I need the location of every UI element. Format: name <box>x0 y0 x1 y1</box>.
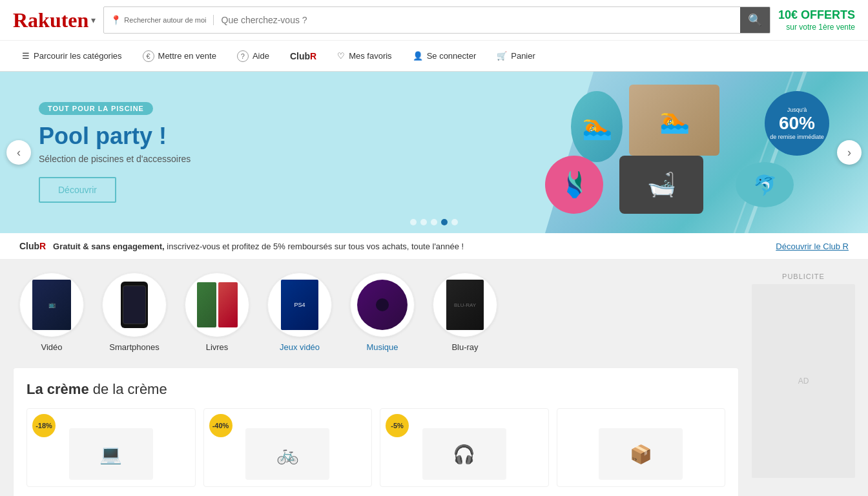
video-cover: 📺 <box>32 280 71 330</box>
category-jeux-circle: PS4 <box>267 273 332 337</box>
nav-login[interactable]: 👤 Se connecter <box>404 41 486 72</box>
product-card-1[interactable]: -18% 💻 <box>26 408 196 487</box>
phone-screen <box>123 285 146 324</box>
hamburger-icon: ☰ <box>22 51 30 61</box>
hero-discount-badge: Jusqu'à 60% de remise immédiate <box>765 91 829 156</box>
clubr-main-text: Gratuit & sans engagement, <box>53 242 165 251</box>
badge-percentage: 60% <box>779 113 815 134</box>
category-livres[interactable]: Livres <box>178 273 256 352</box>
clubr-logo: ClubR <box>290 51 316 61</box>
product-card-4[interactable]: 📦 <box>557 408 726 487</box>
discount-badge-2: -40% <box>209 414 232 437</box>
hero-content: TOUT POUR LA PISCINE Pool party ! Sélect… <box>0 83 229 222</box>
category-smartphones-label: Smartphones <box>109 342 159 352</box>
category-musique-label: Musique <box>366 342 398 352</box>
cart-icon: 🛒 <box>497 51 507 61</box>
navbar: ☰ Parcourir les catégories € Mettre en v… <box>0 41 868 72</box>
ad-placeholder: AD <box>752 284 855 478</box>
nav-cart-label: Panier <box>511 51 535 61</box>
hero-subtitle: Sélection de piscines et d'accessoires <box>39 154 191 164</box>
creme-title-em: La crème <box>26 381 89 397</box>
creme-title-rest: de la crème <box>89 381 167 397</box>
location-button[interactable]: 📍 Rechercher autour de moi <box>104 15 213 25</box>
hero-inner: TOUT POUR LA PISCINE Pool party ! Sélect… <box>0 72 868 233</box>
hero-dot-4[interactable] <box>441 219 448 225</box>
product-card-2[interactable]: -40% 🚲 <box>203 408 373 487</box>
hero-dot-3[interactable] <box>431 219 437 225</box>
hero-dot-2[interactable] <box>420 219 427 225</box>
location-label: Rechercher autour de moi <box>124 16 206 24</box>
category-bluray-label: Blu-ray <box>451 342 478 352</box>
clubr-strip-text: ClubR Gratuit & sans engagement, inscriv… <box>19 241 464 251</box>
book2 <box>218 282 238 327</box>
hero-discover-button[interactable]: Découvrir <box>39 177 116 203</box>
promo-line2: sur votre 1ère vente <box>778 23 855 33</box>
nav-clubr[interactable]: ClubR <box>281 41 326 72</box>
promo-banner[interactable]: 10€ OFFERTS sur votre 1ère vente <box>778 8 855 33</box>
favorites-icon: ♡ <box>337 51 345 61</box>
badge-prefix: Jusqu'à <box>787 107 807 113</box>
bluray-cover: BLU-RAY <box>446 280 484 330</box>
promo-line1: 10€ OFFERTS <box>778 8 855 23</box>
euro-icon: € <box>143 50 154 62</box>
help-icon: ? <box>237 50 249 62</box>
hero-dot-1[interactable] <box>410 219 417 225</box>
hero-item-pool: 🏊 <box>629 85 719 156</box>
creme-section: La crème de la crème -18% 💻 -40% 🚲 -5% 🎧… <box>13 367 739 496</box>
search-bar: 📍 Rechercher autour de moi 🔍 <box>103 6 770 34</box>
nav-help-label: Aide <box>253 51 269 61</box>
product-card-3[interactable]: -5% 🎧 <box>380 408 549 487</box>
nav-sell[interactable]: € Mettre en vente <box>134 41 225 72</box>
book1 <box>197 282 216 327</box>
user-icon: 👤 <box>413 51 423 61</box>
logo-chevron-icon[interactable]: ▾ <box>91 15 96 25</box>
discount-badge-1: -18% <box>32 414 56 437</box>
category-bluray-circle: BLU-RAY <box>433 273 497 337</box>
hero-item-ring: 🩱 <box>545 156 603 214</box>
nav-categories-label: Parcourir les catégories <box>34 51 122 61</box>
clubr-strip-logo: ClubR <box>19 241 46 251</box>
nav-cart[interactable]: 🛒 Panier <box>488 41 544 72</box>
category-musique-circle <box>350 273 415 337</box>
hero-dots <box>410 219 458 225</box>
hero-dot-5[interactable] <box>451 219 458 225</box>
search-button[interactable]: 🔍 <box>740 6 770 34</box>
category-bluray[interactable]: BLU-RAY Blu-ray <box>426 273 504 352</box>
category-smartphones-circle <box>102 273 167 337</box>
ad-sidebar: PUBLICITE AD <box>752 273 855 496</box>
category-video-label: Vidéo <box>41 342 62 352</box>
creme-title: La crème de la crème <box>26 381 725 398</box>
clubr-discover-link[interactable]: Découvrir le Club R <box>776 242 849 251</box>
nav-favorites[interactable]: ♡ Mes favoris <box>328 41 400 72</box>
category-smartphones[interactable]: Smartphones <box>96 273 173 352</box>
hero-item-dolphin: 🐬 <box>736 162 794 207</box>
game-cover: PS4 <box>281 280 318 330</box>
logo[interactable]: Rakuten <box>13 8 88 32</box>
hero-prev-button[interactable]: ‹ <box>6 140 31 165</box>
nav-sell-label: Mettre en vente <box>158 51 216 61</box>
badge-suffix: de remise immédiate <box>767 134 827 140</box>
main-layout: 📺 Vidéo Smartphones <box>0 260 868 496</box>
clubr-sub-text: inscrivez-vous et profitez de 5% rembour… <box>167 242 464 251</box>
category-jeux-video[interactable]: PS4 Jeux vidéo <box>261 273 338 352</box>
ad-label: PUBLICITE <box>752 273 855 280</box>
product-image-2: 🚲 <box>245 428 329 480</box>
search-input[interactable] <box>214 15 740 25</box>
product-image-4: 📦 <box>599 428 683 480</box>
phone-image <box>121 282 148 328</box>
category-video[interactable]: 📺 Vidéo <box>13 273 90 352</box>
location-icon: 📍 <box>110 15 121 25</box>
hero-next-button[interactable]: › <box>837 140 862 165</box>
nav-favorites-label: Mes favoris <box>349 51 391 61</box>
clubr-strip: ClubR Gratuit & sans engagement, inscriv… <box>0 233 868 260</box>
category-jeux-label: Jeux vidéo <box>280 342 320 352</box>
categories-row: 📺 Vidéo Smartphones <box>13 273 739 352</box>
product-image-3: 🎧 <box>422 428 506 480</box>
product-image-1: 💻 <box>69 428 153 480</box>
hero-banner: ‹ TOUT POUR LA PISCINE Pool party ! Séle… <box>0 72 868 233</box>
header: Rakuten ▾ 📍 Rechercher autour de moi 🔍 1… <box>0 0 868 41</box>
livres-books <box>197 282 238 327</box>
nav-categories[interactable]: ☰ Parcourir les catégories <box>13 41 131 72</box>
category-musique[interactable]: Musique <box>344 273 421 352</box>
nav-help[interactable]: ? Aide <box>228 41 278 72</box>
